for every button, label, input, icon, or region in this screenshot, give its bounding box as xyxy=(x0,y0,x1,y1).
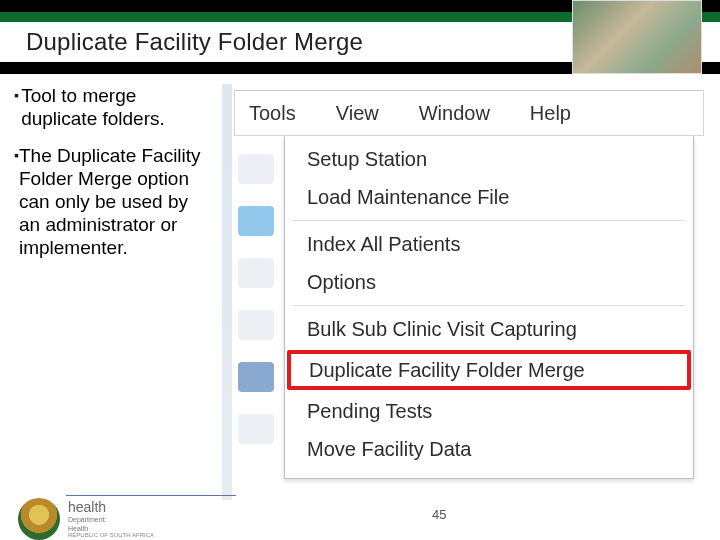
toolbar-background xyxy=(238,154,284,494)
footer-divider xyxy=(66,495,236,496)
menu-separator xyxy=(293,220,685,221)
menu-item-setup-station[interactable]: Setup Station xyxy=(285,140,693,178)
menu-help[interactable]: Help xyxy=(530,102,571,125)
list-item: ▪ The Duplicate Facility Folder Merge op… xyxy=(14,144,210,259)
menubar: Tools View Window Help xyxy=(234,90,704,136)
menu-item-options[interactable]: Options xyxy=(285,263,693,301)
bullet-list: ▪ Tool to merge duplicate folders. ▪ The… xyxy=(14,84,210,273)
footer-text: health Department: Health REPUBLIC OF SO… xyxy=(68,500,154,538)
slide: Duplicate Facility Folder Merge ▪ Tool t… xyxy=(0,0,720,540)
menu-item-move-facility-data[interactable]: Move Facility Data xyxy=(285,430,693,468)
body: ▪ Tool to merge duplicate folders. ▪ The… xyxy=(0,84,720,504)
bullet-icon: ▪ xyxy=(14,84,21,130)
menu-window[interactable]: Window xyxy=(419,102,490,125)
page-number: 45 xyxy=(432,507,446,522)
footer-line3: Health xyxy=(68,525,154,532)
page-title: Duplicate Facility Folder Merge xyxy=(0,28,363,56)
footer-dept: health xyxy=(68,500,154,514)
menu-item-index-all-patients[interactable]: Index All Patients xyxy=(285,225,693,263)
footer-logo: health Department: Health REPUBLIC OF SO… xyxy=(18,498,154,540)
header-band: Duplicate Facility Folder Merge xyxy=(0,0,720,74)
app-edge xyxy=(222,84,232,500)
list-item: ▪ Tool to merge duplicate folders. xyxy=(14,84,210,130)
coat-of-arms-icon xyxy=(18,498,60,540)
bullet-text: Tool to merge duplicate folders. xyxy=(21,84,210,130)
footer-line4: REPUBLIC OF SOUTH AFRICA xyxy=(68,532,154,538)
bullet-text: The Duplicate Facility Folder Merge opti… xyxy=(19,144,210,259)
menu-item-load-maintenance-file[interactable]: Load Maintenance File xyxy=(285,178,693,216)
menu-tools[interactable]: Tools xyxy=(249,102,296,125)
menu-item-pending-tests[interactable]: Pending Tests xyxy=(285,392,693,430)
menu-item-duplicate-facility-folder-merge[interactable]: Duplicate Facility Folder Merge xyxy=(287,350,691,390)
tools-dropdown: Setup Station Load Maintenance File Inde… xyxy=(284,136,694,479)
menu-view[interactable]: View xyxy=(336,102,379,125)
header-photo xyxy=(572,0,702,74)
footer-line2: Department: xyxy=(68,516,154,523)
menu-item-bulk-sub-clinic[interactable]: Bulk Sub Clinic Visit Capturing xyxy=(285,310,693,348)
app-screenshot: Tools View Window Help Setup Station Loa… xyxy=(222,84,720,500)
menu-separator xyxy=(293,305,685,306)
